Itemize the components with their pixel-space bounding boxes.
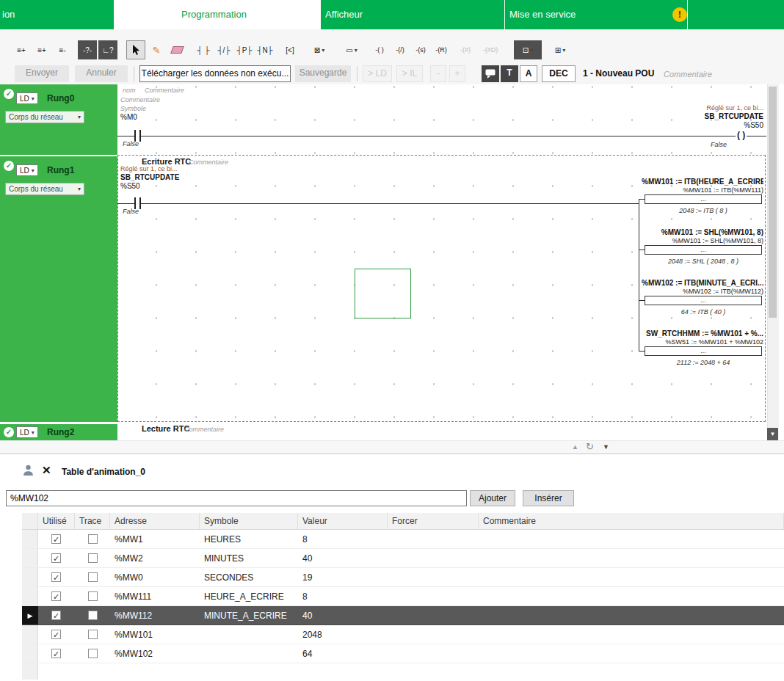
scrollbar-down-button[interactable]: ▼ — [767, 428, 778, 440]
commentaire-cell[interactable] — [479, 606, 784, 624]
forcer-cell[interactable] — [388, 587, 479, 605]
utilise-checkbox[interactable]: ✓ — [51, 572, 61, 582]
col-commentaire[interactable]: Commentaire — [479, 513, 784, 529]
font-button[interactable]: A — [520, 65, 537, 82]
grid-options-button[interactable]: ⊡▾ — [514, 40, 542, 59]
rung0-coil[interactable]: ( ) — [736, 130, 747, 140]
adresse-cell[interactable]: %MW111 — [110, 587, 200, 605]
contact-rising-button[interactable]: ┤P├ — [235, 40, 254, 59]
selection-tool-button[interactable] — [126, 40, 145, 59]
symbole-cell[interactable] — [200, 644, 298, 663]
forcer-cell[interactable] — [388, 530, 479, 548]
valeur-cell[interactable]: 8 — [298, 587, 388, 605]
commentaire-cell[interactable] — [479, 587, 784, 605]
envoyer-button[interactable]: Envoyer — [15, 65, 69, 82]
valeur-cell[interactable]: 64 — [298, 644, 388, 663]
eraser-button[interactable] — [167, 40, 186, 59]
tab-afficheur[interactable]: Afficheur — [321, 0, 505, 29]
rung2-language-select[interactable]: LD▾ — [16, 426, 38, 438]
table-row[interactable]: ✓ %MW102 64 — [22, 644, 784, 663]
toggle-symbols-button[interactable]: T — [501, 65, 518, 82]
collapse-down-icon[interactable]: ▼ — [603, 443, 609, 451]
operation-box[interactable]: ... — [645, 245, 762, 255]
annuler-button[interactable]: Annuler — [75, 65, 128, 82]
valeur-cell[interactable]: 2048 — [298, 625, 388, 644]
trace-checkbox[interactable] — [88, 553, 98, 563]
rung1-language-select[interactable]: LD▾ — [16, 164, 38, 176]
symbole-cell[interactable]: SECONDES — [200, 568, 298, 586]
operation-block-button[interactable]: ⊠▾ — [305, 40, 333, 59]
trace-checkbox[interactable] — [88, 534, 98, 544]
commentaire-cell[interactable] — [479, 644, 784, 663]
draw-line-button[interactable]: ✎ — [147, 40, 166, 59]
forcer-cell[interactable] — [388, 644, 479, 663]
tab-mise-en-service[interactable]: Mise en service — [505, 0, 688, 29]
table-row[interactable]: ✓ %MW101 2048 — [22, 625, 784, 644]
utilise-checkbox[interactable]: ✓ — [51, 534, 61, 544]
commentaire-cell[interactable] — [479, 530, 784, 548]
utilise-checkbox[interactable]: ✓ — [51, 649, 61, 658]
inserer-button[interactable]: Insérer — [523, 490, 574, 506]
insert-element-button[interactable]: ⊞▾ — [546, 40, 574, 59]
utilise-checkbox[interactable]: ✓ — [51, 630, 61, 639]
col-valeur[interactable]: Valeur — [298, 513, 388, 529]
commentaire-cell[interactable] — [479, 625, 784, 644]
address-input[interactable] — [6, 490, 467, 506]
col-forcer[interactable]: Forcer — [388, 513, 479, 529]
rung1-body-select[interactable]: Corps du réseau▾ — [5, 183, 84, 195]
rung2-header[interactable]: ✓ LD▾ Rung2 — [0, 424, 117, 440]
forcer-cell[interactable] — [388, 568, 479, 586]
collapse-up-icon[interactable]: ▲ — [572, 443, 578, 451]
table-row[interactable]: ✓ %MW2 MINUTES 40 — [22, 549, 784, 568]
open-branch-button[interactable]: -?- — [78, 40, 97, 59]
adresse-cell[interactable]: %MW0 — [110, 568, 200, 586]
symbole-cell[interactable]: MINUTES — [200, 549, 298, 567]
operation-box[interactable]: ... — [645, 194, 762, 204]
operation-box[interactable]: ... — [645, 346, 762, 356]
dec-display-button[interactable]: DEC — [542, 65, 576, 82]
table-row[interactable]: ✓ %MW0 SECONDES 19 — [22, 568, 784, 587]
operation-box[interactable]: ... — [645, 296, 762, 305]
editor-scrollbar-thumb[interactable] — [769, 87, 777, 318]
comparison-block-button[interactable]: [<] — [280, 40, 300, 59]
rung0-body-select[interactable]: Corps du réseau▾ — [5, 111, 84, 123]
new-rung-button[interactable]: ≡+ — [12, 40, 31, 59]
symbole-cell[interactable] — [200, 625, 298, 644]
commentaire-cell[interactable] — [479, 568, 784, 586]
ajouter-button[interactable]: Ajouter — [470, 490, 515, 506]
tab-configuration-partial[interactable]: ion — [0, 0, 114, 29]
adresse-cell[interactable]: %MW102 — [110, 644, 200, 663]
adresse-cell[interactable]: %MW2 — [110, 549, 200, 567]
trace-checkbox[interactable] — [88, 611, 98, 620]
delete-rung-button[interactable]: ≡- — [53, 40, 72, 59]
symbole-cell[interactable]: HEURES — [200, 530, 298, 548]
trace-checkbox[interactable] — [88, 649, 98, 658]
panel-splitter[interactable]: ▲ ↻ ▼ — [0, 440, 784, 454]
coil-button[interactable]: -( ) — [370, 40, 389, 59]
symbole-cell[interactable]: MINUTE_A_ECRIRE — [200, 606, 298, 624]
utilise-checkbox[interactable]: ✓ — [51, 553, 61, 563]
utilise-checkbox[interactable]: ✓ — [51, 591, 61, 601]
contact-nc-button[interactable]: ┤/├ — [214, 40, 233, 59]
adresse-cell[interactable]: %MW101 — [110, 625, 200, 644]
forcer-cell[interactable] — [388, 606, 479, 624]
table-row-selected[interactable]: ▶ ✓ %MW112 MINUTE_A_ECRIRE 40 — [22, 606, 784, 625]
sauvegarde-button[interactable]: Sauvegarde — [295, 65, 351, 82]
coil-reset-button[interactable]: -(R) — [432, 40, 451, 59]
contact-falling-button[interactable]: ┤N├ — [255, 40, 275, 59]
rung0-header[interactable]: ✓ LD▾ Rung0 Corps du réseau▾ — [0, 84, 117, 155]
valeur-cell[interactable]: 40 — [298, 549, 388, 567]
rung1-header[interactable]: ✓ LD▾ Rung1 Corps du réseau▾ — [0, 156, 117, 422]
telecharger-button[interactable]: Télécharger les données non exécu... — [139, 65, 291, 82]
close-branch-button[interactable]: ∟? — [98, 40, 117, 59]
pou-commentaire-hint[interactable]: Commentaire — [664, 67, 712, 82]
coil-set-button[interactable]: -(s) — [411, 40, 430, 59]
tab-programmation[interactable]: Programmation — [114, 0, 321, 29]
commentaire-cell[interactable] — [479, 549, 784, 567]
insert-rung-button[interactable]: ≡+ — [32, 40, 51, 59]
rung0-language-select[interactable]: LD▾ — [16, 92, 38, 104]
forcer-cell[interactable] — [388, 625, 479, 644]
valeur-cell[interactable]: 40 — [298, 606, 388, 624]
utilise-checkbox[interactable]: ✓ — [51, 611, 61, 620]
rung2-title[interactable]: Lecture RTC — [142, 424, 189, 433]
